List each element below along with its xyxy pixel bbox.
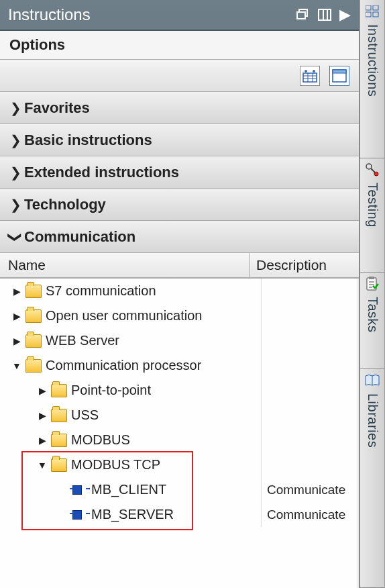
section-favorites[interactable]: ❯ Favorites: [0, 92, 359, 124]
book-icon: [364, 373, 381, 388]
svg-rect-6: [333, 70, 346, 73]
collapse-icon[interactable]: [38, 460, 47, 471]
tree-label: USS: [71, 407, 99, 423]
sidetab-label: Instructions: [365, 21, 380, 97]
section-label: Communication: [24, 228, 135, 246]
options-label: Options: [9, 36, 65, 53]
tree-label: MODBUS: [71, 432, 130, 448]
clipboard-check-icon: [364, 277, 381, 291]
panel-title: Instructions: [8, 5, 91, 24]
folder-icon: [25, 334, 42, 348]
svg-rect-10: [373, 12, 378, 17]
window-view-button[interactable]: [329, 66, 349, 86]
options-header[interactable]: Options: [0, 31, 359, 60]
svg-rect-14: [369, 277, 374, 279]
collapse-panel-icon[interactable]: ▶: [339, 6, 351, 23]
sidetab-instructions[interactable]: Instructions: [360, 0, 384, 158]
collapse-icon[interactable]: [12, 360, 21, 371]
tree-item-s7[interactable]: S7 communication: [0, 279, 359, 303]
sidetab-label: Tasks: [365, 294, 380, 333]
tree-label: MB_CLIENT: [91, 482, 166, 497]
section-technology[interactable]: ❯ Technology: [0, 189, 359, 221]
svg-point-11: [366, 164, 372, 169]
folder-icon: [25, 285, 42, 298]
sidetab-tasks[interactable]: Tasks: [360, 273, 384, 369]
section-extended-instructions[interactable]: ❯ Extended instructions: [0, 156, 359, 189]
chevron-right-icon: ❯: [7, 197, 24, 213]
block-icon: [72, 484, 87, 496]
tree-label: MODBUS TCP: [71, 457, 160, 473]
columns-icon[interactable]: [318, 9, 331, 21]
svg-rect-7: [366, 5, 371, 10]
tree-desc: Communicate: [262, 507, 359, 522]
section-label: Technology: [24, 196, 106, 213]
panel-title-bar: Instructions ▶: [0, 0, 359, 31]
tree-item-mb-client[interactable]: MB_CLIENT Communicate: [0, 477, 359, 502]
tree-item-web-server[interactable]: WEB Server: [0, 328, 359, 353]
grid-icon: [364, 4, 381, 19]
svg-rect-8: [373, 5, 378, 10]
sidetab-testing[interactable]: Testing: [360, 158, 384, 273]
chevron-right-icon: ❯: [7, 164, 24, 181]
tree-item-p2p[interactable]: Point-to-point: [0, 378, 359, 403]
tree-item-modbus[interactable]: MODBUS: [0, 428, 359, 452]
expand-icon[interactable]: [12, 311, 21, 322]
folder-icon: [51, 409, 67, 422]
column-name[interactable]: Name: [0, 253, 250, 277]
section-basic-instructions[interactable]: ❯ Basic instructions: [0, 124, 359, 156]
restore-icon[interactable]: [296, 9, 310, 21]
folder-icon: [25, 309, 42, 323]
column-description[interactable]: Description: [250, 253, 359, 277]
folder-icon: [25, 359, 42, 373]
stethoscope-icon: [364, 162, 381, 177]
sidetab-label: Testing: [365, 180, 380, 228]
tree-label: Point-to-point: [71, 383, 151, 398]
side-tab-strip: Instructions Testing Tasks Libraries: [359, 0, 384, 588]
tree-label: Open user communication: [46, 308, 202, 324]
tree-label: Communication processor: [46, 358, 201, 373]
tree-item-open-user-comm[interactable]: Open user communication: [0, 303, 359, 328]
config-view-button[interactable]: [300, 66, 320, 86]
instruction-tree: S7 communication Open user communication…: [0, 279, 359, 588]
tree-item-comm-processor[interactable]: Communication processor: [0, 353, 359, 378]
folder-icon: [51, 458, 67, 472]
folder-icon: [51, 434, 67, 447]
sidetab-libraries[interactable]: Libraries: [360, 369, 384, 588]
section-communication[interactable]: ❯ Communication: [0, 221, 359, 253]
tree-item-uss[interactable]: USS: [0, 403, 359, 428]
expand-icon[interactable]: [12, 286, 21, 297]
expand-icon[interactable]: [38, 385, 47, 396]
tree-item-modbus-tcp[interactable]: MODBUS TCP: [0, 452, 359, 477]
block-icon: [72, 509, 87, 521]
folder-icon: [51, 384, 67, 397]
svg-rect-9: [366, 12, 371, 17]
toolbar: [0, 60, 359, 92]
section-label: Favorites: [24, 99, 90, 117]
chevron-down-icon: ❯: [7, 228, 23, 246]
tree-label: WEB Server: [46, 333, 119, 348]
expand-icon[interactable]: [38, 410, 47, 421]
tree-label: MB_SERVER: [91, 507, 174, 522]
tree-item-mb-server[interactable]: MB_SERVER Communicate: [0, 502, 359, 527]
column-headers: Name Description: [0, 253, 359, 279]
svg-point-12: [374, 172, 378, 176]
scroll-edge: [356, 279, 359, 588]
instructions-panel: Instructions ▶ Options: [0, 0, 359, 588]
section-label: Basic instructions: [24, 132, 152, 149]
expand-icon[interactable]: [12, 336, 21, 346]
chevron-right-icon: ❯: [7, 100, 24, 116]
section-label: Extended instructions: [24, 164, 179, 181]
expand-icon[interactable]: [38, 435, 47, 446]
chevron-right-icon: ❯: [7, 132, 24, 148]
svg-rect-0: [303, 73, 317, 82]
tree-label: S7 communication: [46, 283, 156, 299]
sidetab-label: Libraries: [365, 391, 380, 448]
tree-desc: Communicate: [262, 483, 359, 497]
